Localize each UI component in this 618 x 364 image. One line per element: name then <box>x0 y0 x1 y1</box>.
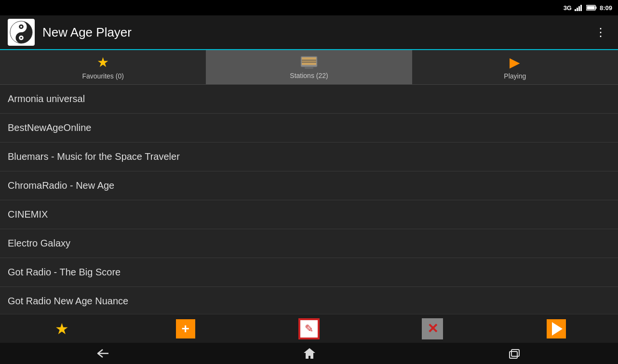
back-button[interactable] <box>96 348 110 359</box>
svg-point-10 <box>20 26 22 28</box>
app-title: New Age Player <box>42 25 583 40</box>
list-item[interactable]: CINEMIX <box>0 200 618 229</box>
edit-icon: ✎ <box>298 318 320 339</box>
delete-icon: ✕ <box>422 318 443 339</box>
list-item[interactable]: ChromaRadio - New Age <box>0 171 618 200</box>
clock: 8:09 <box>600 4 612 12</box>
app-bar: New Age Player ⋮ <box>0 15 618 50</box>
status-bar: 3G 8:09 <box>0 0 618 15</box>
home-icon <box>303 347 316 360</box>
list-item[interactable]: Armonia universal <box>0 85 618 114</box>
play-button[interactable] <box>544 317 568 341</box>
list-item[interactable]: BestNewAgeOnline <box>0 114 618 143</box>
svg-rect-20 <box>510 351 517 358</box>
tab-stations[interactable]: Stations (22) <box>206 50 412 84</box>
tab-favourites[interactable]: ★ Favourites (0) <box>0 50 206 84</box>
tab-playing-label: Playing <box>504 72 526 80</box>
list-item[interactable]: Bluemars - Music for the Space Traveler <box>0 143 618 171</box>
tab-playing[interactable]: ▶ Playing <box>412 50 618 84</box>
tab-stations-label: Stations (22) <box>290 72 328 79</box>
svg-rect-19 <box>511 350 519 356</box>
app-logo <box>8 19 35 46</box>
yin-yang-icon <box>10 21 33 44</box>
favourite-icon: ★ <box>55 320 69 338</box>
svg-rect-3 <box>580 5 582 11</box>
favourite-button[interactable]: ★ <box>50 317 74 341</box>
svg-rect-0 <box>575 9 576 11</box>
overflow-icon: ⋮ <box>595 26 606 39</box>
list-item[interactable]: Got Radio - The Big Score <box>0 258 618 287</box>
tabs: ★ Favourites (0) Stations (22) ▶ Playing <box>0 50 618 85</box>
svg-marker-18 <box>304 348 315 359</box>
stations-tab-icon <box>300 55 318 70</box>
recents-icon <box>509 348 522 359</box>
signal-bars-icon <box>575 4 583 11</box>
battery-icon <box>586 5 597 11</box>
add-icon: + <box>176 319 195 338</box>
station-list: Armonia universal BestNewAgeOnline Bluem… <box>0 85 618 314</box>
signal-indicator: 3G <box>564 4 572 12</box>
svg-rect-16 <box>305 67 313 69</box>
svg-rect-13 <box>302 57 316 65</box>
action-bar: ★ + ✎ ✕ <box>0 314 618 343</box>
list-item[interactable]: Electro Galaxy <box>0 229 618 258</box>
svg-point-11 <box>20 37 22 39</box>
svg-rect-2 <box>578 6 580 11</box>
home-button[interactable] <box>303 347 316 360</box>
overflow-menu-button[interactable]: ⋮ <box>591 22 610 43</box>
svg-rect-5 <box>595 7 596 9</box>
svg-rect-1 <box>577 8 578 11</box>
delete-station-button[interactable]: ✕ <box>420 317 444 341</box>
tab-favourites-label: Favourites (0) <box>82 72 123 80</box>
edit-station-button[interactable]: ✎ <box>297 317 321 341</box>
add-station-button[interactable]: + <box>174 317 198 341</box>
nav-bar <box>0 343 618 364</box>
recents-button[interactable] <box>509 348 522 359</box>
list-item[interactable]: Got Radio New Age Nuance <box>0 287 618 314</box>
star-tab-icon: ★ <box>97 54 109 70</box>
svg-rect-6 <box>587 6 594 10</box>
play-icon <box>547 319 566 338</box>
back-arrow-icon <box>96 348 110 359</box>
play-tab-icon: ▶ <box>510 54 520 70</box>
